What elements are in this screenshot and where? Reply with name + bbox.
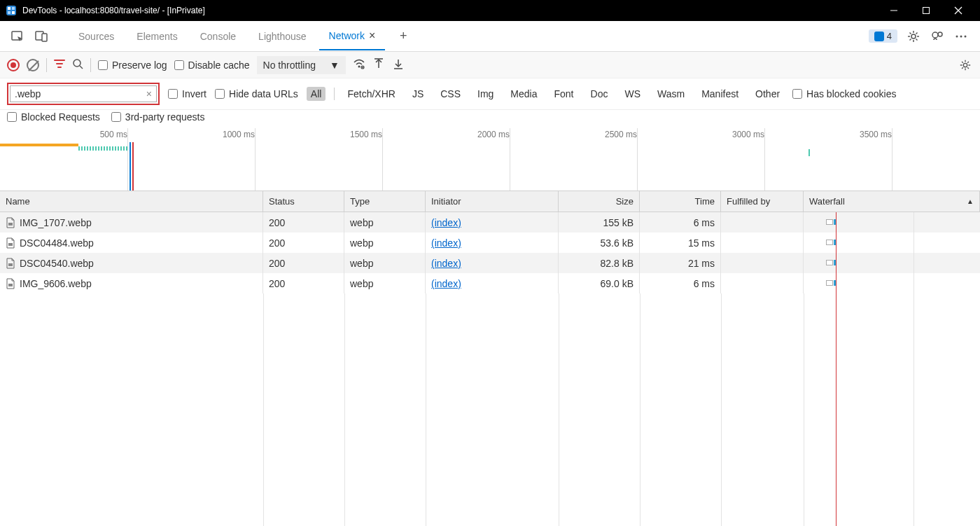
- cell-initiator[interactable]: (index): [431, 278, 461, 289]
- col-header-status[interactable]: Status: [263, 191, 344, 212]
- svg-point-13: [932, 32, 938, 38]
- col-header-name[interactable]: Name: [0, 191, 263, 212]
- cell-status: 200: [269, 237, 285, 249]
- search-icon[interactable]: [72, 58, 83, 71]
- inspect-element-button[interactable]: [7, 26, 28, 47]
- type-filter-wasm[interactable]: Wasm: [653, 87, 689, 101]
- type-filter-fetchxhr[interactable]: Fetch/XHR: [343, 87, 399, 101]
- cell-type: webp: [350, 278, 373, 289]
- table-row[interactable]: DSC04484.webp200webp(index)53.6 kB15 ms: [0, 233, 980, 253]
- col-header-initiator[interactable]: Initiator: [426, 191, 559, 212]
- type-filter-doc[interactable]: Doc: [587, 87, 612, 101]
- filter-icon[interactable]: [54, 58, 65, 72]
- svg-point-17: [965, 35, 967, 37]
- disable-cache-checkbox[interactable]: Disable cache: [174, 60, 250, 71]
- svg-rect-6: [923, 8, 930, 14]
- network-toolbar: Preserve log Disable cache No throttling…: [0, 52, 980, 78]
- col-header-type[interactable]: Type: [344, 191, 426, 212]
- third-party-checkbox[interactable]: 3rd-party requests: [111, 111, 205, 123]
- settings-icon[interactable]: [906, 29, 921, 44]
- cell-waterfall: [804, 273, 980, 293]
- svg-rect-27: [8, 223, 13, 226]
- type-filter-img[interactable]: Img: [473, 87, 498, 101]
- cell-waterfall: [804, 212, 980, 233]
- type-filter-all[interactable]: All: [307, 87, 326, 101]
- table-row[interactable]: IMG_1707.webp200webp(index)155 kB6 ms: [0, 212, 980, 233]
- issues-badge[interactable]: 4: [869, 29, 897, 43]
- type-filter-manifest[interactable]: Manifest: [697, 87, 743, 101]
- timeline-marker: [808, 149, 810, 156]
- throttling-select[interactable]: No throttling ▼: [257, 56, 346, 74]
- tab-sources[interactable]: Sources: [69, 24, 124, 49]
- feedback-icon[interactable]: [930, 29, 945, 44]
- export-har-icon[interactable]: [392, 57, 405, 73]
- clear-button[interactable]: [27, 59, 39, 71]
- type-filter-js[interactable]: JS: [408, 87, 428, 101]
- cell-name: IMG_9606.webp: [20, 278, 92, 289]
- issues-count: 4: [887, 31, 892, 41]
- record-button[interactable]: [7, 59, 20, 71]
- tab-lighthouse[interactable]: Lighthouse: [248, 24, 316, 49]
- type-filter-other[interactable]: Other: [751, 87, 784, 101]
- clear-filter-icon[interactable]: ×: [146, 88, 152, 99]
- hide-data-urls-checkbox[interactable]: Hide data URLs: [215, 88, 298, 99]
- filter-text-input[interactable]: .webp ×: [10, 85, 157, 102]
- tick-label: 3500 ms: [860, 130, 892, 139]
- invert-checkbox[interactable]: Invert: [168, 88, 206, 99]
- cell-type: webp: [350, 217, 373, 228]
- svg-point-20: [358, 65, 360, 67]
- file-icon: [6, 278, 15, 289]
- type-filter-css[interactable]: CSS: [436, 87, 465, 101]
- cell-size: 53.6 kB: [601, 237, 634, 249]
- type-filter-ws[interactable]: WS: [620, 87, 645, 101]
- svg-point-16: [960, 35, 962, 37]
- device-toolbar-button[interactable]: [31, 26, 52, 47]
- col-header-time[interactable]: Time: [640, 191, 721, 212]
- table-row[interactable]: DSC04540.webp200webp(index)82.8 kB21 ms: [0, 253, 980, 273]
- cell-waterfall: [804, 253, 980, 273]
- network-settings-icon[interactable]: [958, 57, 973, 73]
- tick-label: 2500 ms: [605, 130, 637, 139]
- import-har-icon[interactable]: [372, 57, 385, 73]
- preserve-log-checkbox[interactable]: Preserve log: [98, 60, 167, 71]
- blocked-cookies-checkbox[interactable]: Has blocked cookies: [792, 88, 896, 99]
- cell-initiator[interactable]: (index): [431, 258, 461, 269]
- throttling-label: No throttling: [263, 60, 316, 71]
- tab-network[interactable]: Network ×: [319, 22, 386, 50]
- col-header-fulfilled[interactable]: Fulfilled by: [721, 191, 804, 212]
- cell-type: webp: [350, 237, 373, 249]
- table-row[interactable]: IMG_9606.webp200webp(index)69.0 kB6 ms: [0, 273, 980, 293]
- tick-label: 1500 ms: [350, 130, 382, 139]
- cell-initiator[interactable]: (index): [431, 217, 461, 228]
- window-maximize-button[interactable]: [910, 0, 942, 21]
- tick-label: 2000 ms: [477, 130, 510, 139]
- type-filter-font[interactable]: Font: [550, 87, 578, 101]
- blocked-requests-checkbox[interactable]: Blocked Requests: [7, 111, 100, 123]
- filter-text-value: .webp: [15, 88, 41, 99]
- devtools-icon: [6, 5, 17, 16]
- overview-timeline[interactable]: 500 ms 1000 ms 1500 ms 2000 ms 2500 ms 3…: [0, 128, 980, 191]
- cell-waterfall: [804, 233, 980, 253]
- col-header-waterfall-label: Waterfall: [809, 196, 845, 207]
- cell-time: 6 ms: [694, 278, 715, 289]
- svg-point-18: [74, 60, 80, 67]
- network-conditions-icon[interactable]: [353, 57, 365, 73]
- cell-initiator[interactable]: (index): [431, 237, 461, 249]
- col-header-size[interactable]: Size: [559, 191, 640, 212]
- blocked-requests-label: Blocked Requests: [21, 111, 100, 123]
- tab-elements[interactable]: Elements: [127, 24, 187, 49]
- window-minimize-button[interactable]: [878, 0, 910, 21]
- close-icon[interactable]: ×: [369, 29, 375, 42]
- more-icon[interactable]: [953, 29, 969, 44]
- cell-name: IMG_1707.webp: [20, 217, 92, 228]
- tab-console[interactable]: Console: [190, 24, 246, 49]
- col-header-waterfall[interactable]: Waterfall ▲: [804, 191, 980, 212]
- panel-tabs: Sources Elements Console Lighthouse Netw…: [0, 21, 980, 52]
- svg-rect-28: [8, 243, 13, 246]
- cell-name: DSC04484.webp: [20, 237, 94, 249]
- hide-data-urls-label: Hide data URLs: [229, 88, 298, 99]
- add-tab-button[interactable]: +: [393, 27, 413, 46]
- window-close-button[interactable]: [942, 0, 974, 21]
- window-titlebar: DevTools - localhost:8080/travel-site/ -…: [0, 0, 980, 21]
- type-filter-media[interactable]: Media: [506, 87, 541, 101]
